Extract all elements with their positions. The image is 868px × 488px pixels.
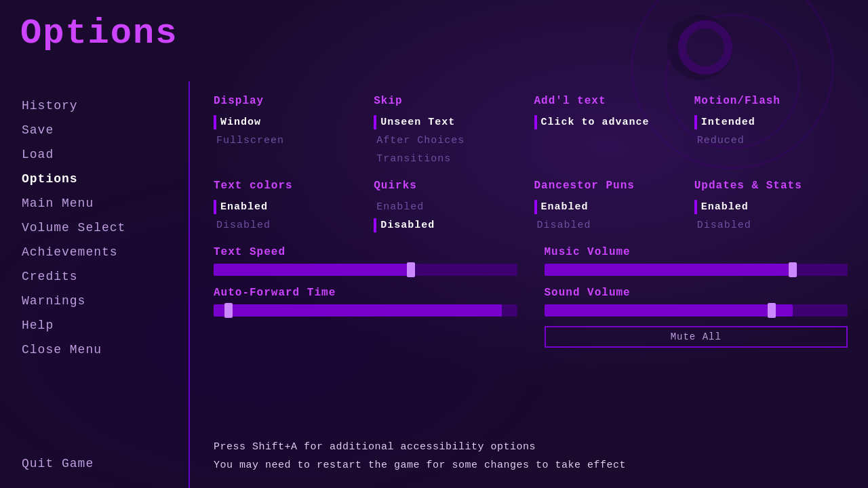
option-dancestor-enabled[interactable]: Enabled [534,200,688,214]
auto-forward-thumb [224,303,233,318]
sidebar-item-credits[interactable]: Credits [20,266,168,287]
crescent-moon-icon [678,20,732,75]
sidebar-item-main-menu[interactable]: Main Menu [20,192,168,214]
option-quirks-enabled[interactable]: Enabled [374,200,527,214]
option-group-dancestor-puns-title: Dancestor Puns [534,180,688,192]
option-group-skip: Skip Unseen Text After Choices Transitio… [374,95,527,166]
slider-group-auto-forward: Auto-Forward Time [214,287,517,348]
music-volume-fill [545,264,793,276]
option-motion-reduced[interactable]: Reduced [694,134,848,148]
sound-volume-slider[interactable] [545,304,848,317]
option-group-addl-text-title: Add'l text [534,95,688,107]
slider-group-sound-volume: Sound Volume Mute All [545,287,848,348]
option-group-text-colors-title: Text colors [214,180,367,192]
page-title: Options [20,14,178,54]
footer-text: Press Shift+A for additional accessibili… [193,438,868,474]
sidebar-item-save[interactable]: Save [20,119,168,141]
option-text-colors-enabled[interactable]: Enabled [214,200,367,214]
text-speed-fill [214,264,411,276]
option-skip-transitions[interactable]: Transitions [374,152,527,166]
auto-forward-label: Auto-Forward Time [214,287,517,299]
option-group-quirks: Quirks Enabled Disabled [374,180,527,232]
option-group-updates-stats-title: Updates & Stats [694,180,848,192]
option-updates-enabled[interactable]: Enabled [694,200,848,214]
option-display-window[interactable]: Window [214,115,367,129]
music-volume-label: Music Volume [545,246,848,258]
footer-line-2: You may need to restart the game for som… [214,456,848,474]
option-group-motion-flash-title: Motion/Flash [694,95,848,107]
sound-volume-fill [545,304,793,317]
main-content: Display Window Fullscreen Skip Unseen Te… [193,81,868,488]
option-group-quirks-title: Quirks [374,180,527,192]
option-group-skip-title: Skip [374,95,527,107]
option-group-motion-flash: Motion/Flash Intended Reduced [694,95,848,166]
sidebar-spacer [20,363,168,450]
option-dancestor-disabled[interactable]: Disabled [534,218,688,232]
mute-all-button[interactable]: Mute All [545,326,848,348]
slider-group-music-volume: Music Volume [545,246,848,276]
option-quirks-disabled[interactable]: Disabled [374,218,527,232]
sidebar-item-achievements[interactable]: Achievements [20,241,168,263]
text-speed-label: Text Speed [214,246,517,258]
sidebar-item-help[interactable]: Help [20,314,168,336]
option-addl-click-to-advance[interactable]: Click to advance [534,115,688,129]
sidebar-item-history[interactable]: History [20,95,168,117]
auto-forward-fill [214,304,502,317]
option-motion-intended[interactable]: Intended [694,115,848,129]
sidebar: History Save Load Options Main Menu Volu… [0,81,190,488]
text-speed-slider[interactable] [214,264,517,276]
auto-forward-slider[interactable] [214,304,517,317]
slider-group-text-speed: Text Speed [214,246,517,276]
music-volume-thumb [789,262,797,277]
sidebar-item-volume-select[interactable]: Volume Select [20,217,168,239]
text-speed-thumb [407,262,415,277]
option-group-display-title: Display [214,95,367,107]
option-updates-disabled[interactable]: Disabled [694,218,848,232]
footer-line-1: Press Shift+A for additional accessibili… [214,438,848,456]
options-grid: Display Window Fullscreen Skip Unseen Te… [214,95,848,232]
music-volume-slider[interactable] [545,264,848,276]
option-skip-after-choices[interactable]: After Choices [374,134,527,148]
option-display-fullscreen[interactable]: Fullscreen [214,134,367,148]
sound-volume-thumb [768,303,776,318]
option-group-dancestor-puns: Dancestor Puns Enabled Disabled [534,180,688,232]
sidebar-item-warnings[interactable]: Warnings [20,290,168,312]
option-skip-unseen[interactable]: Unseen Text [374,115,527,129]
option-group-updates-stats: Updates & Stats Enabled Disabled [694,180,848,232]
option-group-addl-text: Add'l text Click to advance [534,95,688,166]
option-text-colors-disabled[interactable]: Disabled [214,218,367,232]
sidebar-item-load[interactable]: Load [20,144,168,165]
option-group-display: Display Window Fullscreen [214,95,367,166]
option-group-text-colors: Text colors Enabled Disabled [214,180,367,232]
sliders-section: Text Speed Music Volume Auto-Forward Tim… [214,246,848,348]
sidebar-item-close-menu[interactable]: Close Menu [20,339,168,361]
sidebar-item-quit-game[interactable]: Quit Game [20,453,168,474]
sound-volume-label: Sound Volume [545,287,848,299]
sidebar-item-options[interactable]: Options [20,168,168,190]
